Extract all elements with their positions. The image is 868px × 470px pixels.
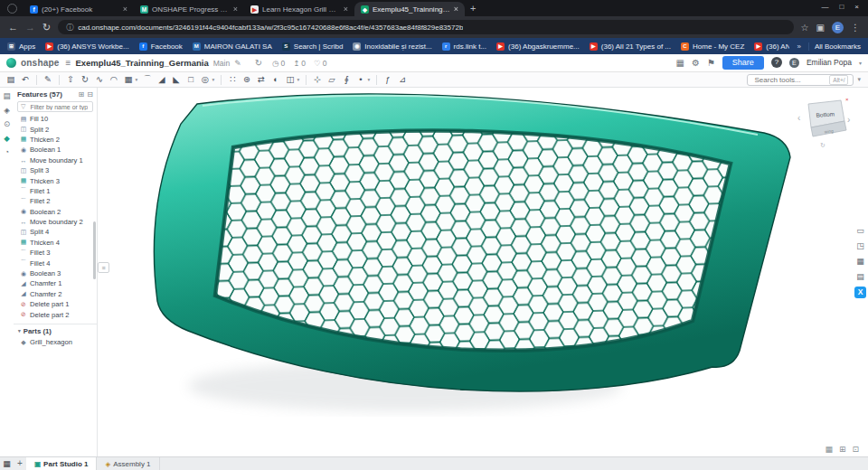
comment-icon[interactable]: ⊙ — [4, 120, 10, 128]
feature-item[interactable]: ⌒ Fillet 4 — [14, 258, 97, 268]
tab-close-icon[interactable]: × — [344, 5, 348, 14]
feature-item[interactable]: ⌒ Fillet 3 — [14, 248, 97, 258]
bookmark-item[interactable]: ▶ (36) All 21 Types of ... — [590, 42, 671, 51]
feature-item[interactable]: ▦ Thicken 2 — [14, 135, 97, 145]
studio-tab[interactable]: ▣ Part Studio 1 — [26, 457, 97, 470]
panel-resize-handle[interactable]: ≡ — [98, 262, 109, 273]
tool-icon[interactable]: ▾ — [295, 72, 302, 87]
profile-avatar[interactable]: E — [832, 22, 844, 33]
document-title[interactable]: Exemplu45_Trainning_Germania — [75, 58, 208, 68]
feature-item[interactable]: ⊘ Delete part 2 — [14, 309, 97, 319]
extensions-icon[interactable]: ▣ — [816, 23, 825, 33]
studio-tab[interactable]: ◈ Assembly 1 — [97, 457, 159, 470]
move-icon[interactable]: ◈ — [4, 107, 10, 115]
user-name[interactable]: Emilian Popa — [807, 58, 852, 67]
feature-filter[interactable]: ▽ — [17, 101, 93, 112]
bookmark-item[interactable]: M MAIRON GALATI SA — [193, 42, 272, 51]
history-icon[interactable]: ◔ — [5, 148, 9, 156]
tool-icon[interactable] — [306, 75, 307, 85]
help-icon[interactable]: ? — [771, 57, 782, 68]
back-icon[interactable]: ← — [8, 23, 18, 33]
feature-item[interactable]: ◉ Boolean 3 — [14, 268, 97, 278]
circular-pattern-icon[interactable]: ⊛ — [240, 72, 254, 87]
stat-counter[interactable]: ◷ 0 — [272, 59, 285, 68]
rotate-right-icon[interactable]: › — [847, 115, 850, 125]
variable-icon[interactable]: ƒ — [381, 72, 395, 87]
part-item[interactable]: ◆ Grill_hexagon — [14, 337, 97, 347]
extrude-icon[interactable]: ⇧ — [63, 72, 78, 87]
view-cube[interactable]: ‹ › Bottom wing × ↻ — [796, 92, 854, 150]
shell-icon[interactable]: □ — [184, 72, 198, 87]
appearance-icon[interactable]: ◆ — [4, 135, 10, 143]
feature-item[interactable]: ◫ Split 4 — [14, 227, 97, 237]
browser-tab[interactable]: M ONSHAPE Progress - Mind Lu... × — [134, 2, 244, 16]
bookmark-item[interactable]: ⊞ Apps — [7, 42, 35, 51]
fillet-icon[interactable]: ⌒ — [140, 72, 155, 87]
mirror-icon[interactable]: ⇄ — [254, 72, 269, 87]
feature-item[interactable]: ▦ Thicken 4 — [14, 238, 97, 248]
feature-item[interactable]: ◢ Chamfer 2 — [14, 289, 97, 299]
paste-icon[interactable]: ▤ — [4, 72, 18, 87]
bookmark-item[interactable]: f Facebook — [139, 42, 183, 51]
feature-item[interactable]: ◫ Split 3 — [14, 165, 97, 175]
measure-icon[interactable]: ⊿ — [395, 72, 410, 87]
user-avatar[interactable]: E — [789, 58, 799, 68]
url-box[interactable]: ⓘ cad.onshape.com/documents/3246191f44c9… — [58, 20, 793, 34]
feature-item[interactable]: ▦ Thicken 3 — [14, 175, 97, 185]
tool-icon[interactable] — [59, 75, 60, 85]
bookmark-item[interactable]: ▶ (36) ANSYS Workbe... — [45, 42, 128, 51]
loft-icon[interactable]: ◠ — [107, 72, 121, 87]
parts-caret-icon[interactable]: ▾ — [18, 328, 21, 334]
3d-viewport[interactable]: ‹ › Bottom wing × ↻ ▭◳▦▤X ▦⊞⊡ — [98, 88, 868, 456]
print-icon[interactable]: ▤ — [854, 271, 866, 283]
feature-item[interactable]: ⊘ Delete part 1 — [14, 299, 97, 309]
user-menu-caret-icon[interactable]: ▾ — [859, 60, 862, 66]
onshape-logo-icon[interactable] — [6, 58, 16, 68]
tool-icon[interactable]: ▾ — [365, 72, 373, 87]
reload-icon[interactable]: ↻ — [42, 23, 51, 33]
apps-grid-icon[interactable]: ▦ — [675, 58, 684, 68]
feature-item[interactable]: ◉ Boolean 1 — [14, 145, 97, 155]
browser-tab[interactable]: f (20+) Facebook × — [24, 2, 134, 16]
notifications-flag-icon[interactable]: ⚑ — [707, 58, 715, 68]
document-menu-icon[interactable]: ≡ — [66, 58, 71, 68]
draft-icon[interactable]: ◣ — [169, 72, 184, 87]
filter-input[interactable] — [28, 103, 90, 111]
new-tab-button[interactable]: + — [470, 3, 476, 14]
section-icon[interactable]: ◳ — [854, 240, 866, 252]
settings-gear-icon[interactable]: ⚙ — [692, 58, 700, 68]
toolbar-overflow-icon[interactable]: ▾ — [857, 76, 861, 83]
branch-label[interactable]: Main — [213, 59, 230, 68]
bookmark-item[interactable]: r rds.link t... — [442, 42, 486, 51]
feature-item[interactable]: ⌒ Fillet 2 — [14, 196, 97, 206]
linear-pattern-icon[interactable]: ∷ — [225, 72, 240, 87]
collapse-all-icon[interactable]: ⊟ — [87, 90, 93, 99]
search-tools-box[interactable]: Alt+/ — [747, 74, 854, 86]
plane-icon[interactable]: ▱ — [325, 72, 339, 87]
bookmarks-overflow-icon[interactable]: » — [797, 42, 800, 51]
forward-icon[interactable]: → — [25, 23, 35, 33]
maximize-icon[interactable]: □ — [839, 3, 844, 11]
tool-icon[interactable]: ▾ — [210, 72, 217, 87]
tool-icon[interactable]: ▾ — [133, 72, 140, 87]
chamfer-icon[interactable]: ◢ — [155, 72, 169, 87]
cube-rotate-icon[interactable]: ↻ — [820, 142, 826, 148]
feature-item[interactable]: ↔ Move boundary 2 — [14, 217, 97, 227]
rename-icon[interactable]: ✎ — [234, 59, 241, 68]
feature-item[interactable]: ◫ Split 2 — [14, 124, 97, 134]
share-button[interactable]: Share — [722, 56, 764, 70]
stat-counter[interactable]: ♡ 0 — [314, 59, 326, 68]
tab-manager-icon[interactable]: ▦ — [0, 457, 14, 470]
expand-all-icon[interactable]: ⊞ — [79, 90, 85, 99]
revolve-icon[interactable]: ↻ — [78, 72, 92, 87]
feature-item[interactable]: ◢ Chamfer 1 — [14, 278, 97, 288]
minimize-icon[interactable]: — — [821, 3, 828, 11]
undo-icon[interactable]: ↶ — [18, 72, 33, 87]
grid-icon[interactable]: ▦ — [854, 256, 866, 268]
boolean-icon[interactable]: ◐ — [269, 72, 283, 87]
rebuild-icon[interactable]: ↻ — [255, 58, 262, 68]
screen-icon[interactable]: ▭ — [854, 225, 866, 237]
sketch-panel-icon[interactable]: ▤ — [3, 92, 10, 100]
close-icon[interactable]: × — [854, 3, 859, 11]
browser-tab[interactable]: ▶ Learn Hexagon Grill Onshape ... × — [244, 2, 354, 16]
